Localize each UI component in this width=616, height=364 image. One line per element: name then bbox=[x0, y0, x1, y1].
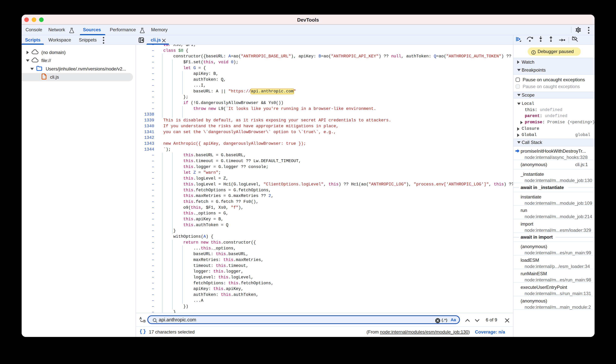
svg-text:B: B bbox=[143, 319, 146, 323]
svg-text:A: A bbox=[140, 317, 142, 320]
